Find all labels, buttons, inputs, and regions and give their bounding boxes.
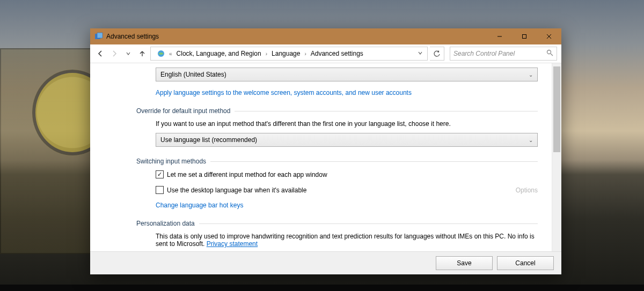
- region-icon: [156, 49, 166, 58]
- chevron-right-icon[interactable]: ›: [302, 51, 308, 57]
- search-input[interactable]: Search Control Panel: [450, 47, 557, 61]
- scrollbar-thumb[interactable]: [553, 66, 560, 152]
- chevron-down-icon: ⌄: [529, 137, 533, 143]
- search-placeholder: Search Control Panel: [453, 50, 546, 57]
- hotkeys-link[interactable]: Change language bar hot keys: [156, 202, 243, 209]
- cancel-button[interactable]: Cancel: [497, 256, 554, 270]
- control-panel-window: Advanced settings: [90, 28, 561, 274]
- override-input-description: If you want to use an input method that'…: [156, 120, 538, 128]
- window-controls: [487, 28, 561, 44]
- switching-heading: Switching input methods: [136, 158, 206, 165]
- chevron-down-icon: ⌄: [529, 72, 533, 78]
- default-input-method-value: Use language list (recommended): [160, 136, 257, 144]
- forward-button[interactable]: [108, 48, 120, 59]
- svg-line-8: [551, 54, 553, 56]
- divider: [235, 111, 538, 111]
- per-app-input-row: Let me set a different input method for …: [156, 170, 538, 178]
- vertical-scrollbar[interactable]: [552, 63, 561, 251]
- default-input-method-select[interactable]: Use language list (recommended) ⌄: [156, 133, 538, 147]
- language-bar-row: Use the desktop language bar when it's a…: [156, 186, 538, 194]
- maximize-button[interactable]: [512, 28, 537, 44]
- svg-point-7: [547, 50, 551, 54]
- divider: [199, 223, 538, 224]
- refresh-button[interactable]: [430, 47, 444, 61]
- override-input-group: Override for default input method If you…: [136, 107, 538, 147]
- save-button[interactable]: Save: [436, 256, 493, 270]
- apply-welcome-link[interactable]: Apply language settings to the welcome s…: [156, 89, 412, 96]
- address-dropdown-icon[interactable]: [415, 50, 425, 57]
- override-input-heading: Override for default input method: [136, 107, 230, 115]
- language-bar-label[interactable]: Use the desktop language bar when it's a…: [167, 186, 306, 194]
- window-title: Advanced settings: [106, 33, 159, 40]
- minimize-button[interactable]: [487, 28, 512, 44]
- breadcrumb-language[interactable]: Language: [269, 50, 302, 57]
- svg-rect-3: [523, 35, 526, 39]
- up-button[interactable]: [136, 48, 148, 59]
- svg-rect-1: [97, 33, 103, 38]
- titlebar[interactable]: Advanced settings: [90, 28, 561, 44]
- dialog-footer: Save Cancel: [90, 251, 561, 274]
- personalization-heading: Personalization data: [136, 220, 195, 227]
- chevron-right-icon[interactable]: ›: [264, 51, 269, 57]
- close-button[interactable]: [537, 28, 561, 44]
- address-bar[interactable]: « Clock, Language, and Region › Language…: [150, 47, 428, 61]
- breadcrumb-region[interactable]: Clock, Language, and Region: [174, 50, 264, 57]
- recent-locations-button[interactable]: [122, 48, 134, 59]
- nav-row: « Clock, Language, and Region › Language…: [90, 44, 561, 63]
- per-app-input-checkbox[interactable]: [156, 170, 164, 178]
- taskbar[interactable]: [0, 285, 644, 291]
- breadcrumb-advanced[interactable]: Advanced settings: [309, 50, 365, 57]
- back-button[interactable]: [94, 48, 106, 59]
- chevron-icon[interactable]: «: [167, 51, 174, 57]
- language-bar-options-link: Options: [516, 186, 538, 194]
- per-app-input-label[interactable]: Let me set a different input method for …: [167, 171, 327, 178]
- privacy-statement-link[interactable]: Privacy statement: [207, 240, 258, 248]
- switching-group: Switching input methods Let me set a dif…: [136, 158, 538, 209]
- divider: [210, 161, 538, 162]
- display-language-value: English (United States): [160, 71, 226, 78]
- content-pane: English (United States) ⌄ Apply language…: [90, 63, 552, 251]
- window-body: English (United States) ⌄ Apply language…: [90, 63, 561, 251]
- display-language-select[interactable]: English (United States) ⌄: [156, 68, 538, 81]
- control-panel-icon: [94, 32, 103, 41]
- search-icon: [546, 49, 553, 58]
- personalization-description: This data is only used to improve handwr…: [156, 233, 538, 248]
- language-bar-checkbox[interactable]: [156, 186, 164, 194]
- personalization-group: Personalization data This data is only u…: [136, 220, 538, 248]
